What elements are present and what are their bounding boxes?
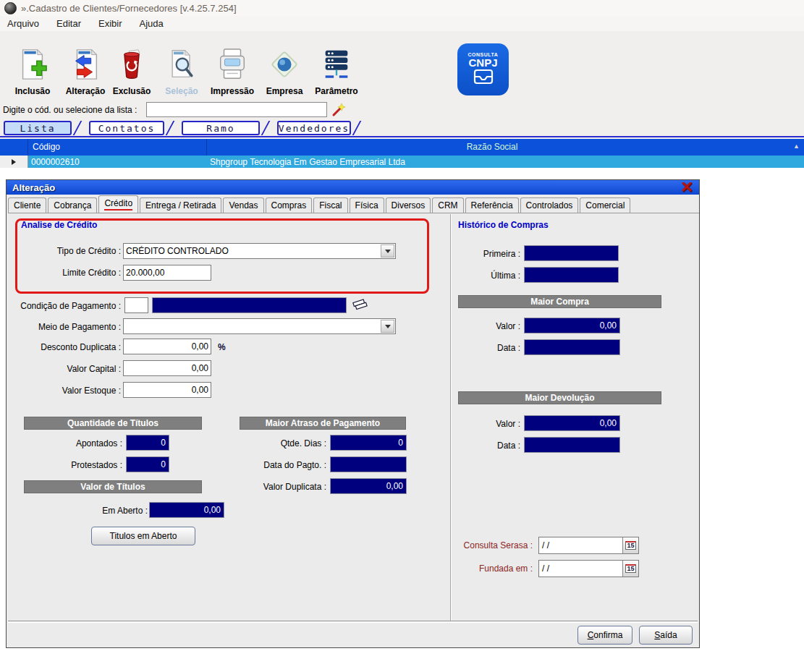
- fundada-em-label: Fundada em :: [423, 563, 533, 574]
- em-aberto-value: 0,00: [149, 502, 224, 518]
- dialog-tab-compras[interactable]: Compras: [266, 197, 313, 213]
- protestados-label: Protestados :: [12, 460, 122, 470]
- document-search-icon: [166, 47, 198, 85]
- menu-ajuda[interactable]: Ajuda: [140, 18, 164, 29]
- percent-suffix: %: [218, 342, 226, 352]
- alteracao-button[interactable]: Alteração: [62, 38, 109, 96]
- selecao-label: Seleção: [165, 86, 198, 96]
- selecao-button: Seleção: [161, 38, 203, 96]
- titulos-em-aberto-button[interactable]: Titulos em Aberto: [91, 527, 195, 545]
- lookup-book-icon[interactable]: [352, 297, 368, 315]
- printer-icon: [216, 47, 249, 85]
- consulta-serasa-date-input[interactable]: / / 15: [538, 537, 639, 554]
- search-row: Digite o cód. ou selecione da lista :: [0, 101, 804, 120]
- protestados-value: 0: [126, 456, 169, 472]
- maior-compra-data-value: [524, 339, 620, 355]
- dialog-tab-credito[interactable]: Crédito: [98, 195, 138, 213]
- menu-editar[interactable]: Editar: [56, 18, 81, 29]
- condicao-pagamento-code-input[interactable]: [124, 297, 148, 313]
- dialog-tab-comercial[interactable]: Comercial: [580, 197, 630, 213]
- menu-arquivo[interactable]: Arquivo: [7, 18, 39, 29]
- fundada-em-date-input[interactable]: / / 15: [538, 560, 639, 577]
- magic-wand-icon[interactable]: [331, 103, 346, 120]
- menu-exibir[interactable]: Exibir: [98, 18, 122, 29]
- confirma-button[interactable]: Confirma: [577, 626, 632, 645]
- valor-estoque-label: Valor Estoque :: [10, 386, 121, 396]
- empresa-button[interactable]: Empresa: [262, 38, 307, 96]
- sort-ascending-icon[interactable]: ▲: [793, 143, 800, 150]
- grid-header[interactable]: Código Razão Social ▲: [0, 139, 804, 156]
- parametro-label: Parâmetro: [315, 86, 357, 96]
- valor-capital-input[interactable]: [123, 360, 211, 376]
- tab-divider: [260, 121, 273, 135]
- column-header-codigo[interactable]: Código: [33, 142, 60, 152]
- primeira-label: Primeira :: [412, 249, 520, 259]
- window-titlebar: ».Cadastro de Clientes/Fornecedores [v.4…: [0, 0, 804, 16]
- impressao-label: Impressão: [211, 86, 254, 96]
- chevron-down-icon[interactable]: [381, 320, 394, 333]
- qtde-dias-label: Qtde. Dias :: [216, 438, 326, 448]
- tipo-credito-select[interactable]: CRÉDITO CONTROLADO: [123, 243, 396, 259]
- chevron-down-icon[interactable]: [381, 244, 394, 258]
- trash-icon: [116, 47, 148, 85]
- server-stack-icon: [320, 47, 353, 85]
- tab-vendedores[interactable]: Vendedores: [277, 121, 351, 135]
- calendar-icon[interactable]: 15: [622, 537, 638, 553]
- close-icon[interactable]: [682, 182, 693, 192]
- window-title: ».Cadastro de Clientes/Fornecedores [v.4…: [21, 3, 237, 14]
- cell-razao-social: Shpgroup Tecnologia Em Gestao Empresaria…: [210, 157, 405, 167]
- consulta-cnpj-button[interactable]: CONSULTA CNPJ: [457, 43, 509, 95]
- alteracao-label: Alteração: [66, 86, 106, 96]
- exclusao-button[interactable]: Exclusão: [110, 38, 153, 96]
- archive-box-icon: [473, 69, 494, 88]
- impressao-button[interactable]: Impressão: [208, 38, 256, 96]
- valor-capital-label: Valor Capital :: [10, 364, 121, 374]
- inclusao-button[interactable]: Inclusão: [6, 38, 59, 96]
- grid-row-selected[interactable]: 0000002610 Shpgroup Tecnologia Em Gestao…: [0, 156, 804, 168]
- dialog-tab-bar: Cliente Cobrança Crédito Entrega / Retir…: [8, 196, 699, 213]
- condicao-pagamento-display: [152, 297, 347, 313]
- dialog-tab-entrega-retirada[interactable]: Entrega / Retirada: [140, 197, 221, 213]
- desconto-duplicata-input[interactable]: [123, 339, 211, 354]
- desconto-duplicata-label: Desconto Duplicata :: [10, 342, 121, 352]
- data-pagto-value: [330, 456, 407, 472]
- tab-divider: [72, 121, 85, 135]
- app-logo-icon: [4, 2, 17, 14]
- maior-atraso-header: Maior Atraso de Pagamento: [240, 417, 406, 430]
- tab-ramo[interactable]: Ramo: [182, 121, 260, 135]
- dialog-tab-fisica[interactable]: Física: [350, 197, 384, 213]
- tab-contatos[interactable]: Contatos: [89, 121, 164, 135]
- alteracao-dialog: Alteração Cliente Cobrança Crédito Entre…: [6, 179, 700, 648]
- dialog-tab-controlados[interactable]: Controlados: [520, 197, 579, 213]
- valor-duplicata-label: Valor Duplicata :: [216, 482, 326, 492]
- dialog-title: Alteração: [12, 182, 55, 193]
- em-aberto-label: Em Aberto :: [35, 506, 148, 516]
- meio-pagamento-label: Meio de Pagamento :: [10, 322, 121, 332]
- maior-compra-valor-label: Valor :: [412, 321, 520, 331]
- cnpj-button-line2: CNPJ: [468, 57, 497, 69]
- exclusao-label: Exclusão: [113, 86, 151, 96]
- dialog-titlebar[interactable]: Alteração: [7, 180, 699, 195]
- dialog-tab-referencia[interactable]: Referência: [465, 197, 519, 213]
- parametro-button[interactable]: Parâmetro: [313, 38, 360, 96]
- dialog-tab-crm[interactable]: CRM: [432, 197, 463, 213]
- meio-pagamento-select[interactable]: [123, 318, 396, 334]
- dialog-tab-cobranca[interactable]: Cobrança: [48, 197, 97, 213]
- saida-button[interactable]: Saída: [639, 626, 693, 645]
- column-header-razao-social[interactable]: Razão Social: [206, 142, 778, 152]
- dialog-tab-fiscal[interactable]: Fiscal: [313, 197, 347, 213]
- dialog-tab-diversos[interactable]: Diversos: [386, 197, 431, 213]
- qtde-dias-value: 0: [330, 435, 407, 451]
- dialog-tab-vendas[interactable]: Vendas: [223, 197, 263, 213]
- tab-divider: [164, 121, 177, 135]
- document-add-icon: [16, 47, 49, 85]
- tab-lista[interactable]: Lista: [4, 121, 72, 135]
- search-input[interactable]: [146, 102, 327, 117]
- calendar-icon[interactable]: 15: [622, 561, 638, 577]
- dialog-tab-cliente[interactable]: Cliente: [8, 197, 46, 213]
- grid-selector-header: [0, 139, 28, 156]
- limite-credito-input[interactable]: [123, 265, 211, 281]
- list-tab-strip: Lista Contatos Ramo Vendedores: [0, 120, 804, 139]
- row-selector-cell: [0, 156, 28, 168]
- valor-estoque-input[interactable]: [123, 382, 211, 398]
